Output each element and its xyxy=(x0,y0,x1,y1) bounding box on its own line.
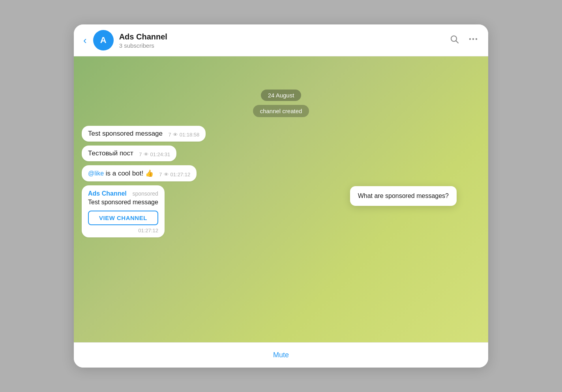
sponsored-message-text: Test sponsored message xyxy=(88,199,158,206)
sponsored-row: Ads Channel sponsored Test sponsored mes… xyxy=(82,185,480,237)
avatar: A xyxy=(93,30,114,50)
message-text: is a cool bot! 👍 xyxy=(106,170,154,177)
svg-point-4 xyxy=(476,38,477,40)
search-icon[interactable] xyxy=(450,34,459,46)
svg-point-2 xyxy=(469,38,471,40)
eye-icon: 👁 xyxy=(164,172,169,177)
channel-subscribers: 3 subscribers xyxy=(119,42,450,49)
sponsored-label: sponsored xyxy=(132,190,158,197)
message-time: 01:24:31 xyxy=(150,151,170,157)
svg-line-1 xyxy=(456,41,459,43)
message-time: 01:18:58 xyxy=(180,132,200,138)
channel-info: Ads Channel 3 subscribers xyxy=(119,32,450,49)
header-actions xyxy=(450,34,479,46)
eye-icon: 👁 xyxy=(173,132,178,138)
sponsored-bubble: Ads Channel sponsored Test sponsored mes… xyxy=(82,185,165,237)
message-bubble: Test sponsored message 7 👁 01:18:58 xyxy=(82,126,206,142)
message-bubble: Тестовый пост 7 👁 01:24:31 xyxy=(82,146,176,161)
message-meta: 7 👁 01:18:58 xyxy=(168,132,199,138)
messages-list: Test sponsored message 7 👁 01:18:58 Тест… xyxy=(82,126,480,237)
sponsored-tooltip: What are sponsored messages? xyxy=(350,186,457,206)
message-text: Test sponsored message xyxy=(88,130,163,137)
header: ‹ A Ads Channel 3 subscribers xyxy=(74,24,488,56)
back-button[interactable]: ‹ xyxy=(83,35,87,45)
chat-area: 24 August channel created Test sponsored… xyxy=(74,56,488,342)
message-bubble: @like is a cool bot! 👍 7 👁 01:27:12 xyxy=(82,165,197,181)
phone-container: ‹ A Ads Channel 3 subscribers 2 xyxy=(74,24,488,368)
view-channel-button[interactable]: VIEW CHANNEL xyxy=(88,211,158,225)
more-menu-icon[interactable] xyxy=(468,34,479,46)
eye-icon: 👁 xyxy=(144,151,149,157)
sponsored-header: Ads Channel sponsored xyxy=(88,190,158,197)
message-text: Тестовый пост xyxy=(88,149,133,157)
mute-button[interactable]: Mute xyxy=(273,351,289,359)
view-count: 7 xyxy=(168,132,171,138)
date-badge: 24 August xyxy=(261,90,302,101)
bottom-bar: Mute xyxy=(74,342,488,368)
message-time: 01:27:12 xyxy=(170,172,191,177)
channel-name: Ads Channel xyxy=(119,32,450,41)
system-message: channel created xyxy=(253,105,309,117)
sponsored-channel-name[interactable]: Ads Channel xyxy=(88,190,127,197)
view-count: 7 xyxy=(159,172,162,177)
sponsored-time: 01:27:12 xyxy=(88,228,158,233)
mention-text[interactable]: @like xyxy=(88,170,104,177)
view-count: 7 xyxy=(139,151,142,157)
svg-point-3 xyxy=(472,38,474,40)
message-meta: 7 👁 01:24:31 xyxy=(139,151,170,157)
message-meta: 7 👁 01:27:12 xyxy=(159,172,190,177)
